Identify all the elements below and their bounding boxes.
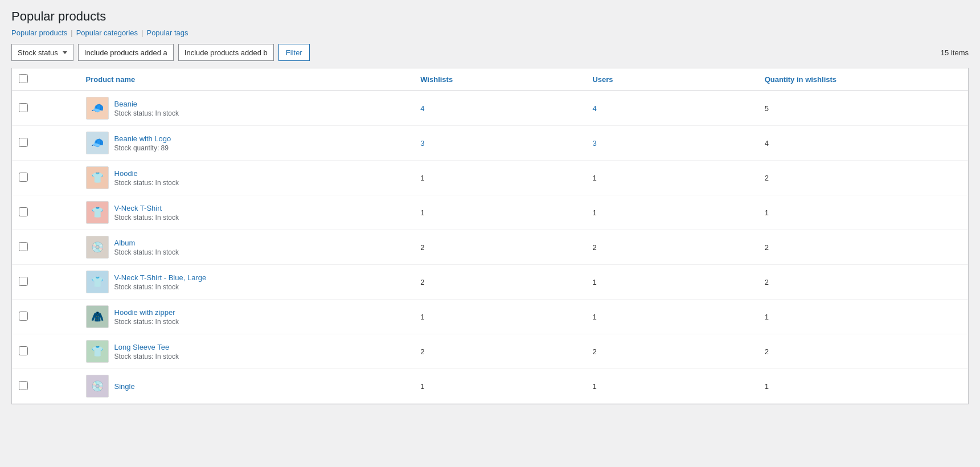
product-image: 💿 [86, 236, 109, 259]
product-meta: Stock status: In stock [114, 353, 179, 361]
table-row: 💿Single111 [12, 369, 968, 404]
product-cell: 🧢Beanie with LogoStock quantity: 89 [79, 126, 414, 161]
product-meta: Stock status: In stock [114, 283, 207, 291]
wishlists-value: 2 [413, 334, 585, 369]
row-checkbox[interactable] [19, 381, 28, 390]
quantity-value: 2 [758, 265, 968, 300]
header-quantity[interactable]: Quantity in wishlists [758, 68, 968, 91]
users-value: 1 [585, 195, 757, 230]
users-value: 3 [592, 139, 596, 148]
product-name-link[interactable]: Album [114, 239, 179, 247]
product-info: Beanie with LogoStock quantity: 89 [114, 134, 171, 152]
product-name-link[interactable]: Single [114, 382, 135, 391]
table-row: 👕V-Neck T-ShirtStock status: In stock111 [12, 195, 968, 230]
row-checkbox-cell [12, 265, 79, 300]
users-value: 1 [585, 300, 757, 334]
product-cell: 💿AlbumStock status: In stock [79, 230, 414, 265]
row-checkbox[interactable] [19, 242, 28, 251]
row-checkbox[interactable] [19, 277, 28, 286]
users-value: 2 [585, 230, 757, 265]
header-wishlists[interactable]: Wishlists [413, 68, 585, 91]
page-title: Popular products [11, 9, 969, 24]
nav-sep-1: | [71, 28, 72, 37]
wishlists-value: 1 [413, 300, 585, 334]
row-checkbox[interactable] [19, 138, 28, 147]
quantity-value: 2 [758, 161, 968, 195]
nav-popular-tags[interactable]: Popular tags [146, 28, 188, 37]
row-checkbox[interactable] [19, 346, 28, 355]
product-info: Single [114, 382, 135, 391]
product-cell: 🧥Hoodie with zipperStock status: In stoc… [79, 300, 414, 334]
product-info: Long Sleeve TeeStock status: In stock [114, 343, 179, 361]
row-checkbox-cell [12, 230, 79, 265]
table-row: 👕Long Sleeve TeeStock status: In stock22… [12, 334, 968, 369]
product-name-link[interactable]: Beanie [114, 100, 179, 108]
nav-popular-products[interactable]: Popular products [11, 28, 67, 37]
product-info: BeanieStock status: In stock [114, 100, 179, 117]
products-table-container: Product name Wishlists Users Quantity in… [11, 68, 969, 404]
product-name-link[interactable]: V-Neck T-Shirt [114, 204, 179, 212]
stock-status-label: Stock status [18, 48, 58, 57]
product-name-link[interactable]: Beanie with Logo [114, 134, 171, 143]
table-row: 🧥Hoodie with zipperStock status: In stoc… [12, 300, 968, 334]
wishlists-value: 2 [413, 230, 585, 265]
product-name-link[interactable]: V-Neck T-Shirt - Blue, Large [114, 273, 207, 282]
product-name-link[interactable]: Long Sleeve Tee [114, 343, 179, 351]
stock-status-dropdown[interactable]: Stock status [11, 44, 73, 61]
table-row: 🧢Beanie with LogoStock quantity: 89334 [12, 126, 968, 161]
header-area: Popular products Search product [11, 9, 969, 24]
select-all-checkbox[interactable] [19, 74, 28, 83]
product-meta: Stock quantity: 89 [114, 144, 171, 152]
row-checkbox[interactable] [19, 312, 28, 321]
product-cell: 👕HoodieStock status: In stock [79, 161, 414, 195]
table-header-row: Product name Wishlists Users Quantity in… [12, 68, 968, 91]
wishlists-value: 1 [413, 369, 585, 404]
quantity-value: 5 [758, 91, 968, 126]
items-count: 15 items [941, 48, 969, 57]
quantity-value: 1 [758, 195, 968, 230]
product-meta: Stock status: In stock [114, 248, 179, 256]
row-checkbox-cell [12, 161, 79, 195]
header-product-name[interactable]: Product name [79, 68, 414, 91]
users-cell: 3 [585, 126, 757, 161]
product-image: 👕 [86, 201, 109, 224]
filter-button[interactable]: Filter [278, 44, 310, 61]
users-cell: 4 [585, 91, 757, 126]
row-checkbox[interactable] [19, 103, 28, 112]
row-checkbox[interactable] [19, 207, 28, 216]
table-row: 👕V-Neck T-Shirt - Blue, LargeStock statu… [12, 265, 968, 300]
product-image: 🧥 [86, 305, 109, 328]
product-image: 👕 [86, 340, 109, 363]
quantity-value: 1 [758, 369, 968, 404]
row-checkbox-cell [12, 334, 79, 369]
wishlists-value: 3 [420, 139, 424, 148]
product-image: 👕 [86, 271, 109, 293]
row-checkbox-cell [12, 126, 79, 161]
product-image: 🧢 [86, 132, 109, 154]
wishlists-value: 2 [413, 265, 585, 300]
product-info: Hoodie with zipperStock status: In stock [114, 308, 179, 326]
product-cell: 👕V-Neck T-ShirtStock status: In stock [79, 195, 414, 230]
product-info: HoodieStock status: In stock [114, 169, 179, 187]
quantity-value: 1 [758, 300, 968, 334]
table-row: 💿AlbumStock status: In stock222 [12, 230, 968, 265]
include-products-a-button[interactable]: Include products added a [78, 44, 174, 61]
wishlists-value: 4 [420, 104, 424, 113]
users-value: 4 [592, 104, 596, 113]
product-name-link[interactable]: Hoodie [114, 169, 179, 178]
product-info: V-Neck T-Shirt - Blue, LargeStock status… [114, 273, 207, 291]
quantity-value: 2 [758, 334, 968, 369]
row-checkbox-cell [12, 300, 79, 334]
chevron-down-icon [63, 51, 67, 54]
product-image: 💿 [86, 375, 109, 398]
product-image: 🧢 [86, 97, 109, 120]
include-products-b-button[interactable]: Include products added b [178, 44, 274, 61]
product-cell: 💿Single [79, 369, 414, 404]
users-value: 1 [585, 161, 757, 195]
nav-popular-categories[interactable]: Popular categories [76, 28, 138, 37]
product-name-link[interactable]: Hoodie with zipper [114, 308, 179, 317]
header-users[interactable]: Users [585, 68, 757, 91]
row-checkbox[interactable] [19, 173, 28, 182]
product-cell: 👕Long Sleeve TeeStock status: In stock [79, 334, 414, 369]
nav-links: Popular products | Popular categories | … [11, 28, 969, 37]
